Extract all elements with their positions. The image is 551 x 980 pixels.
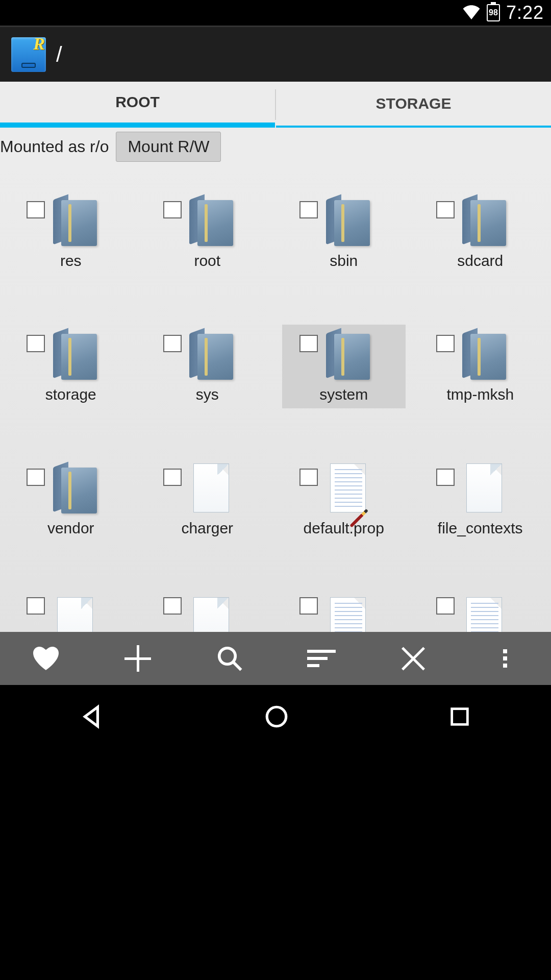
item-checkbox[interactable]	[163, 201, 182, 218]
status-bar: 98 7:22	[0, 0, 551, 26]
folder-icon	[452, 195, 508, 247]
item-label: sdcard	[457, 252, 503, 270]
folder-item[interactable]: system	[282, 325, 406, 408]
svg-line-1	[233, 662, 241, 670]
item-checkbox[interactable]	[27, 597, 45, 615]
search-button[interactable]	[212, 641, 247, 676]
item-checkbox[interactable]	[27, 335, 45, 352]
file-icon	[179, 596, 235, 632]
more-button[interactable]	[487, 641, 523, 676]
item-label: default.prop	[304, 520, 384, 537]
svg-rect-3	[452, 709, 468, 725]
file-icon	[452, 596, 508, 632]
folder-item[interactable]: storage	[9, 325, 133, 408]
folder-icon	[316, 195, 372, 247]
item-checkbox[interactable]	[436, 335, 455, 352]
file-item[interactable]	[146, 592, 269, 632]
folder-item[interactable]: vendor	[9, 458, 133, 542]
item-label: storage	[45, 386, 96, 403]
add-button[interactable]	[120, 641, 156, 676]
folder-item[interactable]: res	[9, 191, 133, 275]
item-label: res	[60, 252, 82, 270]
file-icon	[316, 462, 372, 514]
item-label: root	[194, 252, 220, 270]
item-checkbox[interactable]	[299, 597, 318, 615]
file-icon	[179, 462, 235, 514]
status-clock: 7:22	[506, 2, 544, 23]
nav-recent-button[interactable]	[448, 705, 471, 730]
file-icon	[43, 596, 99, 632]
battery-icon: 98	[487, 4, 500, 21]
item-label: system	[319, 386, 368, 403]
nav-back-button[interactable]	[80, 704, 105, 731]
file-grid-area: resrootsbinsdcardstoragesyssystemtmp-mks…	[0, 165, 551, 632]
file-item[interactable]	[282, 592, 406, 632]
bottom-toolbar	[0, 632, 551, 685]
svg-point-2	[267, 707, 286, 726]
file-item[interactable]: file_contexts	[419, 458, 542, 542]
item-label: sbin	[330, 252, 358, 270]
folder-icon	[179, 195, 235, 247]
item-checkbox[interactable]	[163, 597, 182, 615]
wifi-icon	[462, 4, 481, 21]
app-bar: /	[0, 26, 551, 82]
svg-point-0	[219, 648, 236, 665]
android-nav-bar	[0, 685, 551, 750]
battery-level: 98	[489, 8, 498, 17]
folder-item[interactable]: sbin	[282, 191, 406, 275]
item-checkbox[interactable]	[436, 201, 455, 218]
folder-icon	[452, 329, 508, 381]
folder-item[interactable]: sys	[146, 325, 269, 408]
item-label: file_contexts	[438, 520, 523, 537]
sort-button[interactable]	[304, 641, 339, 676]
app-icon[interactable]	[11, 37, 46, 72]
item-checkbox[interactable]	[299, 201, 318, 218]
nav-home-button[interactable]	[264, 704, 289, 731]
item-checkbox[interactable]	[27, 469, 45, 486]
tab-root[interactable]: ROOT	[0, 82, 275, 128]
item-label: vendor	[47, 520, 94, 537]
folder-icon	[316, 329, 372, 381]
folder-item[interactable]: tmp-mksh	[419, 325, 542, 408]
file-item[interactable]	[419, 592, 542, 632]
file-item[interactable]: charger	[146, 458, 269, 542]
favorite-button[interactable]	[28, 641, 64, 676]
folder-icon	[179, 329, 235, 381]
file-item[interactable]	[9, 592, 133, 632]
close-button[interactable]	[395, 641, 431, 676]
tab-row: ROOT STORAGE	[0, 82, 551, 128]
item-checkbox[interactable]	[163, 469, 182, 486]
item-checkbox[interactable]	[163, 335, 182, 352]
item-checkbox[interactable]	[436, 469, 455, 486]
item-checkbox[interactable]	[436, 597, 455, 615]
folder-item[interactable]: sdcard	[419, 191, 542, 275]
folder-icon	[43, 462, 99, 514]
file-icon	[452, 462, 508, 514]
path-text[interactable]: /	[56, 42, 62, 67]
mount-status: Mounted as r/o	[0, 137, 109, 156]
tab-storage[interactable]: STORAGE	[276, 82, 551, 128]
item-label: sys	[196, 386, 219, 403]
folder-icon	[43, 195, 99, 247]
item-checkbox[interactable]	[27, 201, 45, 218]
mount-rw-button[interactable]: Mount R/W	[116, 132, 221, 162]
file-icon	[316, 596, 372, 632]
folder-icon	[43, 329, 99, 381]
item-label: charger	[181, 520, 233, 537]
mount-bar: Mounted as r/o Mount R/W	[0, 128, 551, 165]
file-item[interactable]: default.prop	[282, 458, 406, 542]
item-checkbox[interactable]	[299, 335, 318, 352]
item-label: tmp-mksh	[446, 386, 514, 403]
folder-item[interactable]: root	[146, 191, 269, 275]
item-checkbox[interactable]	[299, 469, 318, 486]
